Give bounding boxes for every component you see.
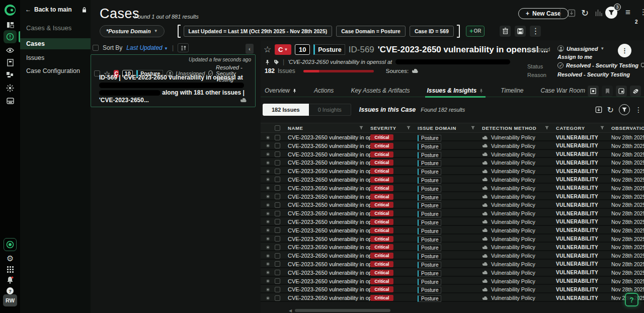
severity-dropdown[interactable]: C▼ bbox=[275, 44, 291, 55]
sidebar-item-case-configuration[interactable]: Case Configuration bbox=[20, 65, 91, 76]
dashboard-icon[interactable] bbox=[4, 18, 17, 31]
row-checkbox[interactable] bbox=[275, 236, 280, 242]
issue-row[interactable]: CVE-2023-2650 vulnerability in openssl..… bbox=[261, 234, 644, 243]
select-all-issues-checkbox[interactable] bbox=[275, 125, 280, 131]
issue-row[interactable]: CVE-2023-2650 vulnerability in openssl..… bbox=[261, 251, 644, 260]
sidebar-item-cases[interactable]: Cases bbox=[20, 38, 91, 49]
tab-actions[interactable]: Actions bbox=[314, 85, 334, 97]
sonar-icon[interactable] bbox=[4, 82, 17, 95]
expand-view-button[interactable] bbox=[588, 86, 599, 97]
row-checkbox[interactable] bbox=[275, 135, 280, 140]
issue-row[interactable]: CVE-2023-2650 vulnerability in openssl..… bbox=[261, 167, 644, 175]
issue-row[interactable]: CVE-2023-2650 vulnerability in openssl..… bbox=[261, 226, 644, 234]
inventory-icon[interactable] bbox=[4, 56, 17, 69]
save-filters-button[interactable] bbox=[515, 26, 526, 37]
identities-icon[interactable] bbox=[4, 68, 17, 81]
issue-row[interactable]: CVE-2023-2650 vulnerability in openssl..… bbox=[261, 158, 644, 167]
issue-row[interactable]: CVE-2023-2650 vulnerability in openssl..… bbox=[261, 293, 644, 302]
row-checkbox[interactable] bbox=[275, 185, 280, 191]
tab-issues-insights[interactable]: Issues & Insights bbox=[427, 85, 484, 97]
filter-chip-case-id[interactable]: Case ID = 569 bbox=[410, 26, 454, 37]
tab-key-assets[interactable]: Key Assets & Artifacts bbox=[351, 85, 410, 97]
assigned-value[interactable]: Unassigned ▼ bbox=[557, 45, 604, 52]
filter-funnel-icon[interactable] bbox=[407, 126, 411, 130]
row-checkbox[interactable] bbox=[275, 202, 280, 208]
sort-direction-button[interactable] bbox=[178, 43, 189, 52]
help-button[interactable]: ? bbox=[625, 293, 638, 306]
row-checkbox[interactable] bbox=[275, 253, 280, 259]
new-case-button[interactable]: + New Case bbox=[518, 8, 569, 19]
case-card[interactable]: Updated a few seconds ago ☆ C 10 Posture… bbox=[91, 54, 256, 107]
scanner-status-icon[interactable] bbox=[4, 238, 17, 251]
filter-chip-last-updated[interactable]: Last Updated = Last 1M (Oct 29th 2025 - … bbox=[184, 26, 333, 37]
tab-overview[interactable]: Overview bbox=[265, 85, 297, 97]
scroll-left-arrow[interactable]: ◀ bbox=[289, 308, 292, 313]
issue-row[interactable]: CVE-2023-2650 vulnerability in openssl..… bbox=[261, 285, 644, 293]
filter-funnel-icon[interactable] bbox=[545, 126, 549, 130]
issue-row[interactable]: CVE-2023-2650 vulnerability in openssl..… bbox=[261, 260, 644, 268]
issue-row[interactable]: CVE-2023-2650 vulnerability in openssl..… bbox=[261, 217, 644, 226]
filter-funnel-icon[interactable] bbox=[359, 126, 363, 130]
row-checkbox[interactable] bbox=[275, 245, 280, 250]
data-store-icon[interactable] bbox=[4, 94, 17, 107]
sidebar-item-issues[interactable]: Issues bbox=[20, 52, 91, 63]
case-actions-button[interactable]: ⋮ bbox=[618, 44, 631, 57]
issues-segment[interactable]: 182 Issues bbox=[263, 104, 309, 116]
issue-row[interactable]: CVE-2023-2650 vulnerability in openssl..… bbox=[261, 175, 644, 184]
row-checkbox[interactable] bbox=[275, 211, 280, 216]
row-checkbox[interactable] bbox=[275, 219, 280, 224]
star-icon[interactable]: ☆ bbox=[264, 45, 271, 54]
row-checkbox[interactable] bbox=[275, 270, 280, 275]
reports-icon[interactable] bbox=[595, 9, 603, 17]
insights-segment[interactable]: 0 Insights bbox=[309, 104, 351, 116]
back-to-main[interactable]: ← Back to main bbox=[25, 6, 87, 13]
issue-row[interactable]: CVE-2023-2650 vulnerability in openssl..… bbox=[261, 150, 644, 159]
issue-row[interactable]: CVE-2023-2650 vulnerability in openssl..… bbox=[261, 268, 644, 277]
row-checkbox[interactable] bbox=[275, 261, 280, 267]
user-avatar[interactable]: RW bbox=[3, 294, 17, 306]
horizontal-scrollbar[interactable]: ◀ bbox=[261, 308, 644, 312]
filter-more-options-button[interactable]: ⋮ bbox=[530, 26, 541, 37]
export-icon[interactable] bbox=[568, 9, 576, 17]
issue-row[interactable]: CVE-2023-2650 vulnerability in openssl..… bbox=[261, 209, 644, 217]
issues-kebab-icon[interactable]: ⋮ bbox=[635, 106, 642, 114]
issue-row[interactable]: CVE-2023-2650 vulnerability in openssl..… bbox=[261, 133, 644, 141]
status-value[interactable]: ✓ Resolved - Security Testing bbox=[557, 62, 644, 68]
refresh-issues-icon[interactable]: ↻ bbox=[607, 105, 614, 115]
issue-row[interactable]: CVE-2023-2650 vulnerability in openssl..… bbox=[261, 141, 644, 150]
visibility-icon[interactable] bbox=[4, 44, 17, 57]
filter-funnel-icon[interactable] bbox=[471, 126, 475, 130]
add-or-filter-button[interactable]: + OR bbox=[466, 26, 485, 37]
collapse-list-button[interactable]: ‹ bbox=[246, 44, 254, 54]
scrollbar-thumb[interactable] bbox=[295, 309, 390, 312]
delete-filters-button[interactable] bbox=[500, 26, 511, 37]
side-panel-button[interactable] bbox=[616, 86, 627, 97]
cases-nav-icon[interactable] bbox=[4, 30, 17, 43]
tag-icon[interactable] bbox=[274, 59, 279, 65]
select-all-checkbox[interactable] bbox=[93, 45, 99, 51]
brand-logo[interactable] bbox=[4, 4, 17, 17]
row-checkbox[interactable] bbox=[275, 295, 280, 301]
kebab-menu-icon[interactable]: ⋮ bbox=[639, 8, 644, 17]
issue-row[interactable]: CVE-2023-2650 vulnerability in openssl..… bbox=[261, 192, 644, 201]
issues-filter-button[interactable] bbox=[619, 104, 630, 115]
ink-splat-icon[interactable] bbox=[630, 86, 641, 97]
tab-timeline[interactable]: Timeline bbox=[501, 85, 523, 97]
row-checkbox[interactable] bbox=[275, 169, 280, 174]
filter-funnel-icon[interactable] bbox=[600, 126, 604, 130]
issue-row[interactable]: CVE-2023-2650 vulnerability in openssl..… bbox=[261, 277, 644, 285]
bookmark-panel-button[interactable] bbox=[602, 86, 613, 97]
assign-to-me-link[interactable]: Assign to me bbox=[557, 54, 592, 60]
tab-case-war-room[interactable]: Case War Room bbox=[540, 85, 585, 97]
sort-by-value[interactable]: Last Updated ▼ bbox=[126, 44, 168, 51]
menu-icon[interactable]: ≡ bbox=[625, 8, 630, 18]
row-checkbox[interactable] bbox=[275, 143, 280, 148]
pin-icon[interactable] bbox=[265, 59, 270, 65]
row-checkbox[interactable] bbox=[275, 151, 280, 157]
issue-row[interactable]: CVE-2023-2650 vulnerability in openssl..… bbox=[261, 243, 644, 251]
row-checkbox[interactable] bbox=[275, 287, 280, 292]
export-issues-icon[interactable] bbox=[595, 106, 602, 113]
row-checkbox[interactable] bbox=[275, 194, 280, 199]
row-checkbox[interactable] bbox=[275, 177, 280, 182]
row-checkbox[interactable] bbox=[275, 160, 280, 166]
